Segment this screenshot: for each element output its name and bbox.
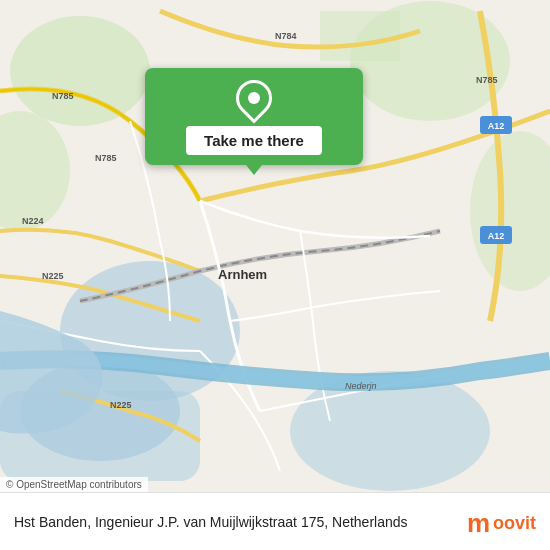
map-area: A12 A12 (0, 0, 550, 492)
svg-text:Nederjn: Nederjn (345, 381, 377, 391)
svg-text:N225: N225 (110, 400, 132, 410)
map-background: A12 A12 (0, 0, 550, 492)
moovit-logo: m oovit (467, 510, 536, 536)
svg-text:N225: N225 (42, 271, 64, 281)
info-bar: Hst Banden, Ingenieur J.P. van Muijlwijk… (0, 492, 550, 550)
svg-text:A12: A12 (488, 231, 505, 241)
svg-point-1 (10, 16, 150, 126)
copyright-bar: © OpenStreetMap contributors (0, 477, 148, 492)
location-popup: Take me there (145, 68, 363, 165)
app-container: A12 A12 (0, 0, 550, 550)
svg-text:N785: N785 (95, 153, 117, 163)
svg-text:N785: N785 (52, 91, 74, 101)
address-text: Hst Banden, Ingenieur J.P. van Muijlwijk… (14, 513, 457, 533)
take-me-there-button[interactable]: Take me there (186, 126, 322, 155)
moovit-text: oovit (493, 514, 536, 532)
svg-rect-5 (320, 11, 400, 61)
svg-text:N785: N785 (476, 75, 498, 85)
moovit-m-letter: m (467, 510, 490, 536)
location-pin-icon (229, 73, 280, 124)
svg-text:Arnhem: Arnhem (218, 267, 267, 282)
svg-text:N224: N224 (22, 216, 44, 226)
copyright-text: © OpenStreetMap contributors (6, 479, 142, 490)
svg-text:N784: N784 (275, 31, 297, 41)
svg-text:A12: A12 (488, 121, 505, 131)
